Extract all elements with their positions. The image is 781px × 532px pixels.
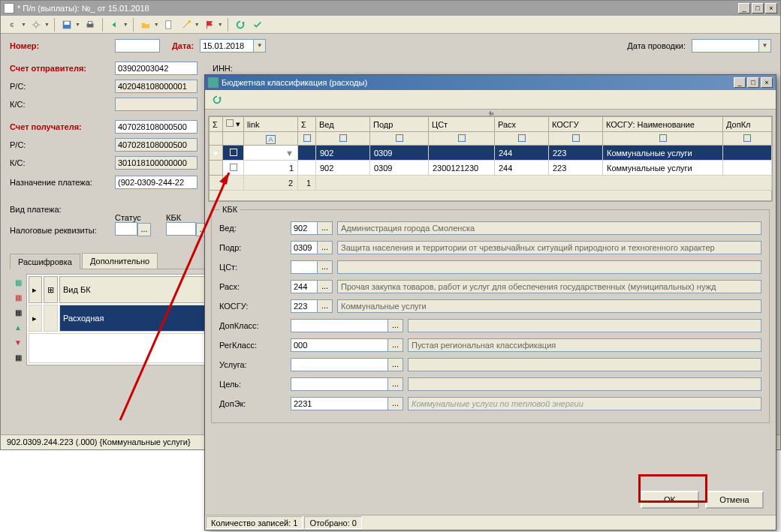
dopek-input[interactable] (291, 397, 388, 410)
grid-row-2[interactable]: 1 902 0309 2300121230 244 223 Коммунальн… (210, 161, 772, 176)
number-label: Номер: (10, 41, 115, 50)
regklass-input[interactable] (291, 338, 388, 352)
doc-new-icon[interactable] (161, 17, 176, 32)
rash-lookup[interactable]: ... (318, 280, 333, 293)
tool-up-icon[interactable]: ▲ (11, 320, 25, 334)
usluga-input[interactable] (291, 358, 388, 371)
save-icon[interactable] (59, 17, 74, 32)
purpose-label: Назначение платежа: (10, 178, 115, 187)
regklass-lookup[interactable]: ... (388, 338, 403, 352)
grid-hscroll[interactable] (209, 191, 772, 201)
rash-desc: Прочая закупка товаров, работ и услуг дл… (337, 280, 761, 293)
dopklass-label: ДопКласс: (219, 321, 291, 330)
podr-lookup[interactable]: ... (318, 241, 333, 254)
cel-lookup[interactable]: ... (388, 377, 403, 391)
tool-del-icon[interactable]: ▦ (11, 290, 25, 304)
cancel-button[interactable]: Отмена (705, 491, 764, 509)
refresh-icon[interactable] (233, 17, 248, 32)
status-selected: Отобрано: 0 (304, 516, 362, 529)
grid-filter-row[interactable]: A (210, 132, 772, 146)
dialog-statusbar: Количество записей: 1 Отобрано: 0 (205, 515, 776, 530)
minimize-button[interactable]: _ (738, 3, 750, 14)
tool-copy-icon[interactable]: ▦ (11, 305, 25, 319)
kosgu-input[interactable] (291, 299, 318, 313)
cel-input[interactable] (291, 377, 388, 391)
document-icon (4, 3, 14, 14)
grid-sigma-header[interactable]: Σ (210, 117, 223, 132)
date-picker-button[interactable]: ▼ (254, 39, 266, 53)
sender-input[interactable] (115, 62, 198, 75)
print-icon[interactable] (83, 17, 98, 32)
dopklass-input[interactable] (291, 319, 388, 332)
status-label: Статус (115, 213, 151, 222)
chain-icon[interactable] (5, 17, 20, 32)
maximize-button[interactable]: □ (752, 3, 764, 14)
grid-header-row: Σ ▾ link Σ Вед Подр ЦСт Расх КОСГУ КОСГУ… (210, 117, 772, 132)
cst-label: ЦСт: (219, 263, 291, 272)
dialog-icon (208, 77, 219, 88)
grid-check-header[interactable]: ▾ (223, 117, 244, 132)
gear-icon[interactable] (29, 17, 44, 32)
grid-dopkl-header[interactable]: ДопКл (723, 117, 772, 132)
usluga-lookup[interactable]: ... (388, 358, 403, 371)
ks-label: К/С: (10, 100, 115, 109)
status-input[interactable] (115, 222, 137, 236)
kosgu-lookup[interactable]: ... (318, 299, 333, 313)
grid-kosgu-header[interactable]: КОСГУ (549, 117, 603, 132)
kosgu-desc: Коммунальные услуги (337, 299, 761, 313)
posting-date-input[interactable] (692, 39, 759, 53)
rash-input[interactable] (291, 280, 318, 293)
cst-input[interactable] (291, 260, 318, 274)
grid-ved-header[interactable]: Вед (316, 117, 370, 132)
grid-kosguname-header[interactable]: КОСГУ: Наименование (603, 117, 723, 132)
number-input[interactable] (115, 39, 160, 53)
wand-icon[interactable] (179, 17, 194, 32)
kbk-label: КБК (166, 213, 210, 222)
dopklass-desc (408, 319, 761, 332)
dialog-minimize[interactable]: _ (734, 77, 746, 88)
grid-row-1[interactable]: ▸ ▼ 902 0309 244 223 Коммунальные услуги (210, 146, 772, 161)
svg-point-0 (34, 23, 38, 26)
cst-desc (337, 260, 761, 274)
purpose-input[interactable] (115, 176, 198, 189)
flag-icon[interactable] (202, 17, 217, 32)
grid-podr-header[interactable]: Подр (370, 117, 429, 132)
posting-date-label: Дата проводки: (627, 41, 686, 50)
dialog-maximize[interactable]: □ (747, 77, 759, 88)
folder-icon[interactable] (138, 17, 153, 32)
grid-cst-header[interactable]: ЦСт (429, 117, 495, 132)
grid-link-header[interactable]: link (244, 117, 298, 132)
usluga-desc (408, 358, 761, 371)
inn-label: ИНН: (213, 64, 233, 73)
tool-down-icon[interactable]: ▼ (11, 335, 25, 349)
arrow-icon[interactable] (107, 17, 122, 32)
kbk-input[interactable] (166, 222, 196, 236)
status-lookup[interactable]: ... (137, 223, 151, 236)
check-icon[interactable] (250, 17, 265, 32)
podr-input[interactable] (291, 241, 318, 254)
cst-lookup[interactable]: ... (318, 260, 333, 274)
tax-req-label: Налоговые реквизиты: (10, 226, 115, 235)
top-splitter[interactable]: ◂||||▸ ▴ (205, 110, 776, 116)
kbk-legend: КБК (219, 205, 240, 214)
close-button[interactable]: × (765, 3, 777, 14)
dialog-refresh-icon[interactable] (210, 92, 225, 107)
posting-date-button[interactable]: ▼ (759, 39, 771, 53)
ved-lookup[interactable]: ... (318, 221, 333, 235)
main-title: * П/п (выплаты): №_ от 15.01.2018 (17, 4, 738, 13)
tool-add-icon[interactable]: ▦ (11, 275, 25, 289)
rash-label: Расх: (219, 282, 291, 291)
tab-additional[interactable]: Дополнительно (82, 253, 158, 269)
dopklass-lookup[interactable]: ... (388, 319, 403, 332)
classification-grid[interactable]: Σ ▾ link Σ Вед Подр ЦСт Расх КОСГУ КОСГУ… (208, 116, 773, 202)
recipient-input[interactable] (115, 120, 198, 134)
grid-tree-header: ⊞ (44, 276, 58, 303)
tool-misc-icon[interactable]: ▦ (11, 350, 25, 364)
dopek-lookup[interactable]: ... (388, 397, 403, 410)
tab-detail[interactable]: Расшифровка (10, 254, 80, 269)
dialog-close[interactable]: × (761, 77, 773, 88)
grid-sum-header[interactable]: Σ (298, 117, 316, 132)
date-input[interactable] (200, 39, 254, 53)
ved-input[interactable] (291, 221, 318, 235)
grid-rash-header[interactable]: Расх (495, 117, 549, 132)
